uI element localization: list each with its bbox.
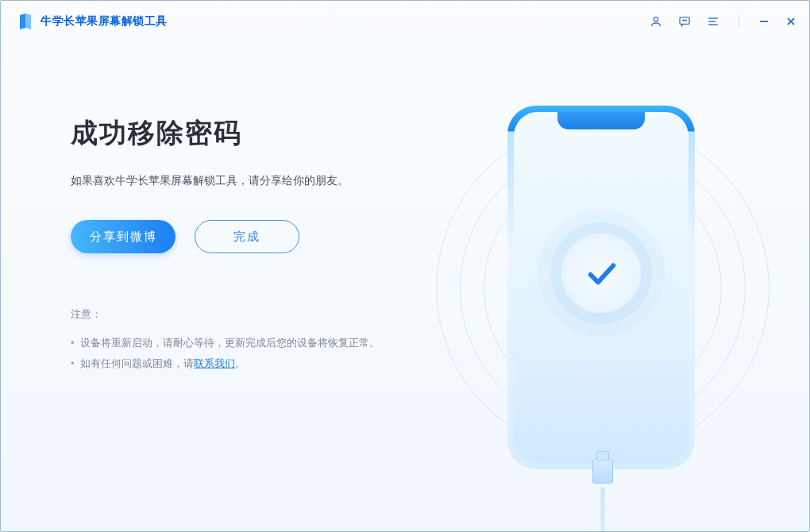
done-button[interactable]: 完成 <box>195 220 299 253</box>
content-area: 成功移除密码 如果喜欢牛学长苹果屏幕解锁工具，请分享给你的朋友。 分享到微博 完… <box>1 42 809 531</box>
action-buttons: 分享到微博 完成 <box>71 220 436 253</box>
title-bar: 牛学长苹果屏幕解锁工具 <box>1 1 809 42</box>
titlebar-actions <box>650 15 796 28</box>
app-title: 牛学长苹果屏幕解锁工具 <box>40 14 168 29</box>
phone-screen <box>514 112 688 463</box>
phone-frame <box>507 106 695 469</box>
success-check-icon <box>561 233 641 313</box>
account-icon[interactable] <box>650 15 662 28</box>
svg-point-0 <box>654 17 658 21</box>
titlebar-divider <box>739 15 739 28</box>
note-text: 如有任何问题或困难，请 <box>80 357 194 369</box>
close-button[interactable] <box>785 16 796 27</box>
minimize-button[interactable] <box>758 16 770 27</box>
success-subtitle: 如果喜欢牛学长苹果屏幕解锁工具，请分享给你的朋友。 <box>71 174 436 188</box>
note-item: 设备将重新启动，请耐心等待，更新完成后您的设备将恢复正常。 <box>71 333 436 353</box>
notes-list: 设备将重新启动，请耐心等待，更新完成后您的设备将恢复正常。 如有任何问题或困难，… <box>71 333 436 374</box>
phone-notch <box>557 112 645 129</box>
svg-point-3 <box>685 20 685 21</box>
app-logo-icon <box>18 13 33 29</box>
phone-illustration <box>452 82 754 495</box>
notes-heading: 注意： <box>71 307 436 322</box>
contact-us-link[interactable]: 联系我们 <box>194 357 235 369</box>
app-window: 牛学长苹果屏幕解锁工具 成功移除密码 如果喜欢牛学长苹果屏幕解锁工 <box>0 0 810 532</box>
cable-wire <box>600 487 605 532</box>
note-item: 如有任何问题或困难，请联系我们。 <box>71 353 436 374</box>
svg-point-2 <box>683 20 684 21</box>
note-suffix: 。 <box>235 357 245 369</box>
share-weibo-button[interactable]: 分享到微博 <box>71 220 176 253</box>
cable-plug-icon <box>592 458 613 484</box>
feedback-icon[interactable] <box>678 15 691 28</box>
menu-icon[interactable] <box>707 15 719 28</box>
left-panel: 成功移除密码 如果喜欢牛学长苹果屏幕解锁工具，请分享给你的朋友。 分享到微博 完… <box>71 115 436 374</box>
svg-point-4 <box>686 20 687 21</box>
success-heading: 成功移除密码 <box>71 115 436 152</box>
